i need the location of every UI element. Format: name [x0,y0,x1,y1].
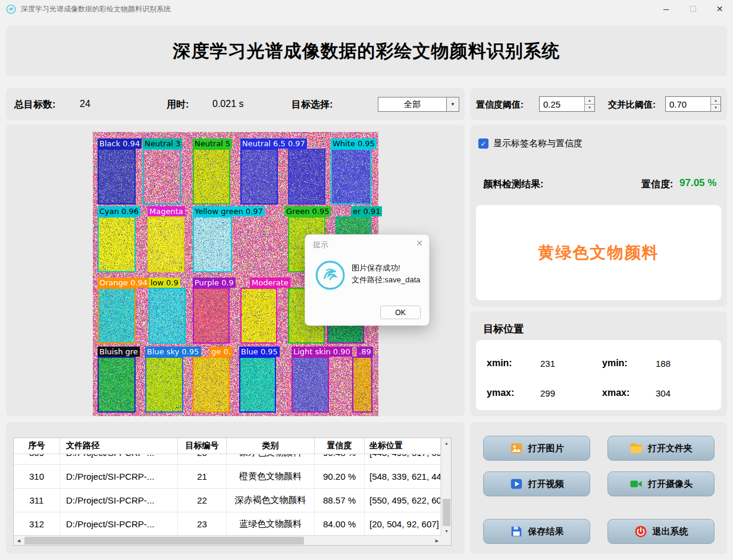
close-icon[interactable]: ✕ [706,0,733,18]
ymin-label: ymin: [602,358,628,369]
iou-threshold-input[interactable] [666,97,710,111]
detection-label: Blue sky 0.95 [145,347,201,357]
detection-label: Moderate [250,278,290,288]
message-dialog: 提示 ✕ 图片保存成功! 文件路径:save_data OK [305,234,430,326]
result-value: 黄绿色文物颜料 [538,242,659,263]
ymax-value: 299 [540,388,555,398]
camera-icon [629,477,643,490]
ymax-label: ymax: [487,388,514,398]
detection-label: Black 0.94 [98,139,142,149]
table-row[interactable]: 311 D:/Project/SI-PCRP-... 22 深赤褐色文物颜料 8… [14,489,441,512]
cell-path: D:/Project/SI-PCRP-... [60,489,178,512]
detections-table-panel: 序号 文件路径 目标编号 类别 置信度 坐标位置 309 D:/Project/… [6,422,465,554]
table-row[interactable]: 312 D:/Project/SI-PCRP-... 23 蓝绿色文物颜料 84… [14,512,441,536]
cell-target-id: 23 [178,512,227,536]
cell-category: 深赤褐色文物颜料 [227,489,315,512]
save-result-label: 保存结果 [528,526,564,537]
page-title: 深度学习光谱成像数据的彩绘文物颜料识别系统 [173,39,560,64]
maximize-icon[interactable] [679,0,706,18]
target-select-value: 全部 [378,97,446,111]
detection-label: Magenta [148,206,185,216]
detection-label: er 0.91 [351,206,382,216]
col-header: 类别 [227,438,315,454]
horizontal-scrollbar[interactable]: ◀ ▶ [14,535,442,545]
image-icon [510,442,523,455]
cell-category: 蓝绿色文物颜料 [227,512,315,536]
cell-coords: [548, 339, 621, 44... [365,465,441,488]
window-titlebar: 深度学习光谱成像数据的彩绘文物颜料识别系统 ─ ✕ [0,0,733,18]
scroll-left-icon[interactable]: ◀ [14,536,24,546]
spin-down-icon[interactable]: ▼ [585,105,594,112]
spin-down-icon[interactable]: ▼ [711,105,721,112]
detections-table: 序号 文件路径 目标编号 类别 置信度 坐标位置 309 D:/Project/… [13,438,452,546]
cell-confidence: 88.57 % [315,489,365,512]
cell-path: D:/Project/SI-PCRP-... [60,454,178,464]
dialog-title: 提示 [313,240,328,250]
header-banner: 深度学习光谱成像数据的彩绘文物颜料识别系统 [6,26,727,76]
cell-index: 312 [14,512,60,536]
horizontal-scrollbar-thumb[interactable] [24,537,304,545]
detection-label: low 0.9 [149,278,180,288]
open-camera-button[interactable]: 打开摄像头 [607,471,715,496]
conf-threshold-spinner[interactable]: ▲ ▼ [539,96,595,112]
dialog-ok-button[interactable]: OK [380,306,421,319]
window-title: 深度学习光谱成像数据的彩绘文物颜料识别系统 [21,4,171,14]
open-folder-label: 打开文件夹 [648,443,693,454]
open-video-button[interactable]: 打开视频 [483,471,590,496]
open-image-label: 打开图片 [528,443,564,454]
iou-threshold-spinner[interactable]: ▲ ▼ [665,96,721,112]
detection-label: .89 [357,347,373,357]
vertical-scrollbar-thumb[interactable] [443,499,450,526]
cell-confidence: 90.20 % [315,465,365,488]
detection-label: Orange 0.94 [98,278,149,288]
cell-path: D:/Project/SI-PCRP-... [60,512,178,536]
table-header-row: 序号 文件路径 目标编号 类别 置信度 坐标位置 [14,438,441,454]
detection-label: Purple 0.9 [193,278,236,288]
cell-target-id: 20 [178,454,227,464]
target-select-dropdown[interactable]: 全部 ▼ [378,97,459,112]
detection-label: Bluish gre [98,347,140,357]
col-header: 坐标位置 [365,438,441,454]
conf-threshold-label: 置信度阈值: [476,99,524,111]
chevron-down-icon[interactable]: ▼ [446,97,459,111]
detection-label: Blue 0.95 [239,347,280,357]
dialog-close-icon[interactable]: ✕ [416,238,423,248]
cell-coords: [550, 495, 622, 60... [365,489,441,512]
table-row[interactable]: 310 D:/Project/SI-PCRP-... 21 橙黄色文物颜料 90… [14,465,441,489]
total-targets-value: 24 [80,99,90,109]
detection-label: Green 0.95 [284,206,331,216]
cell-target-id: 22 [178,489,227,512]
vertical-scrollbar[interactable]: ▲ ▼ [441,438,451,536]
cell-coords: [443, 495, 517, 60... [365,454,441,464]
open-image-button[interactable]: 打开图片 [483,436,590,461]
col-header: 目标编号 [178,438,227,454]
show-labels-checkbox[interactable]: ✓ 显示标签名称与置信度 [478,138,582,149]
exit-button[interactable]: 退出系统 [607,519,715,544]
ymin-value: 188 [656,358,671,369]
cell-confidence: 90.48 % [315,454,365,464]
cell-index: 311 [14,489,60,512]
target-position-title: 目标位置 [483,322,524,336]
detection-label: Neutral 5 [193,139,232,149]
cell-index: 310 [14,465,60,488]
checkbox-check-icon[interactable]: ✓ [478,139,488,149]
spin-up-icon[interactable]: ▲ [711,97,721,105]
scrollbar-corner [441,535,451,545]
confidence-label: 置信度: [641,178,673,191]
scroll-up-icon[interactable]: ▲ [441,438,452,448]
open-folder-button[interactable]: 打开文件夹 [607,436,715,461]
save-result-button[interactable]: 保存结果 [483,519,590,544]
dialog-message-line2: 文件路径:save_data [352,274,421,286]
results-panel: ✓ 显示标签名称与置信度 颜料检测结果: 置信度: 97.05 % 黄绿色文物颜… [470,125,727,307]
confidence-value: 97.05 % [679,177,716,189]
open-camera-label: 打开摄像头 [648,479,693,490]
conf-threshold-input[interactable] [540,97,584,111]
xmax-label: xmax: [602,388,629,398]
cell-index: 309 [14,454,60,464]
table-row[interactable]: 309 D:/Project/SI-PCRP-... 20 象牙色文物颜料 90… [14,454,441,465]
minimize-icon[interactable]: ─ [653,0,679,18]
open-video-label: 打开视频 [528,479,564,490]
detection-label: ge 0. [209,347,233,357]
spin-up-icon[interactable]: ▲ [585,97,594,105]
detection-label: Neutral 6.5 0.97 [240,139,307,149]
